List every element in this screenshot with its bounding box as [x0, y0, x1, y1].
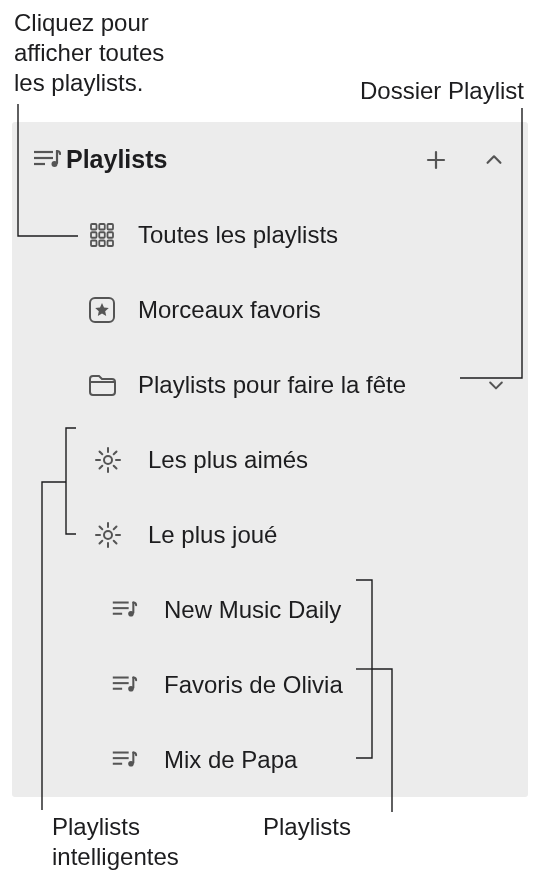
svg-line-33: [100, 540, 103, 543]
callout-bottom-right: Playlists: [263, 812, 351, 842]
svg-point-46: [128, 760, 134, 766]
gear-icon: [90, 446, 126, 474]
collapse-icon[interactable]: [474, 149, 514, 171]
svg-rect-9: [91, 232, 97, 238]
sidebar-item-label: Les plus aimés: [148, 446, 514, 474]
svg-point-3: [52, 161, 58, 167]
gear-icon: [90, 521, 126, 549]
svg-rect-13: [99, 240, 105, 246]
svg-rect-12: [91, 240, 97, 246]
svg-point-26: [104, 531, 112, 539]
svg-line-23: [114, 465, 117, 468]
sidebar-item-label: Favoris de Olivia: [164, 671, 514, 699]
svg-point-17: [104, 456, 112, 464]
sidebar-item-all-playlists[interactable]: Toutes les playlists: [12, 197, 528, 272]
callout-top-left: Cliquez pour afficher toutes les playlis…: [14, 8, 164, 98]
svg-line-22: [100, 451, 103, 454]
svg-point-38: [128, 610, 134, 616]
svg-rect-6: [91, 224, 97, 230]
callout-bottom-left: Playlists intelligentes: [52, 812, 179, 872]
sidebar-item-olivia-favorites[interactable]: Favoris de Olivia: [12, 647, 528, 722]
playlists-header[interactable]: Playlists: [12, 122, 528, 197]
svg-point-42: [128, 685, 134, 691]
grid-icon: [84, 221, 120, 249]
svg-line-25: [114, 451, 117, 454]
svg-line-31: [100, 526, 103, 529]
sidebar-item-label: Morceaux favoris: [138, 296, 514, 324]
playlist-icon: [106, 671, 142, 699]
sidebar-item-label: Mix de Papa: [164, 746, 514, 774]
svg-line-32: [114, 540, 117, 543]
svg-rect-7: [99, 224, 105, 230]
add-playlist-button[interactable]: [416, 148, 456, 172]
svg-rect-10: [99, 232, 105, 238]
sidebar-item-label: Le plus joué: [148, 521, 514, 549]
sidebar-item-smart-most-loved[interactable]: Les plus aimés: [12, 422, 528, 497]
svg-line-34: [114, 526, 117, 529]
sidebar-item-favorite-songs[interactable]: Morceaux favoris: [12, 272, 528, 347]
sidebar-item-new-music-daily[interactable]: New Music Daily: [12, 572, 528, 647]
callout-top-right: Dossier Playlist: [360, 76, 524, 106]
star-square-icon: [84, 295, 120, 325]
chevron-down-icon[interactable]: [478, 375, 514, 395]
playlist-icon: [26, 145, 66, 175]
sidebar-item-party-folder[interactable]: Playlists pour faire la fête: [12, 347, 528, 422]
playlist-icon: [106, 746, 142, 774]
svg-rect-14: [108, 240, 114, 246]
svg-line-24: [100, 465, 103, 468]
playlists-title: Playlists: [66, 145, 416, 174]
svg-rect-11: [108, 232, 114, 238]
sidebar-item-label: Toutes les playlists: [138, 221, 514, 249]
playlists-panel: Playlists: [12, 122, 528, 797]
sidebar-item-smart-most-played[interactable]: Le plus joué: [12, 497, 528, 572]
sidebar-item-label: Playlists pour faire la fête: [138, 371, 470, 399]
svg-rect-8: [108, 224, 114, 230]
playlist-icon: [106, 596, 142, 624]
sidebar-item-papa-mix[interactable]: Mix de Papa: [12, 722, 528, 797]
sidebar-item-label: New Music Daily: [164, 596, 514, 624]
folder-icon: [84, 371, 120, 399]
